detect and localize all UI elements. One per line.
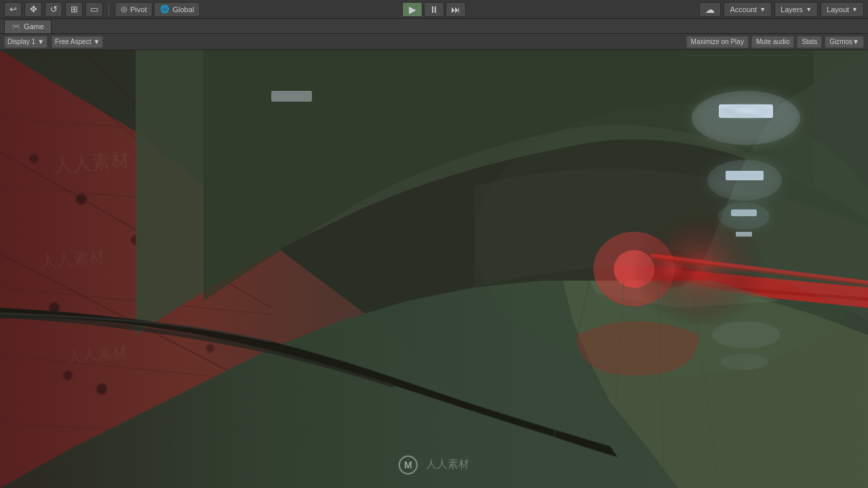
cloud-btn[interactable]: ☁ <box>699 2 721 17</box>
svg-point-18 <box>206 344 214 352</box>
global-icon: 🌐 <box>160 5 170 14</box>
pause-btn[interactable]: ⏸ <box>424 2 444 17</box>
layers-arrow: ▼ <box>806 6 812 13</box>
layout-arrow: ▼ <box>852 6 858 13</box>
mute-btn[interactable]: Mute audio <box>751 36 794 48</box>
step-btn[interactable]: ⏭ <box>446 2 466 17</box>
global-label: Global <box>172 5 194 14</box>
game-tab[interactable]: 🎮 Game <box>4 20 52 33</box>
layers-label: Layers <box>781 5 803 14</box>
layout-label: Layout <box>827 5 849 14</box>
aspect-arrow: ▼ <box>93 38 100 45</box>
svg-rect-37 <box>271 91 312 102</box>
move-tool-btn[interactable]: ✥ <box>24 2 42 17</box>
gizmos-label: Gizmos <box>829 38 852 45</box>
pivot-label: Pivot <box>130 5 146 14</box>
main-toolbar: ↩ ✥ ↺ ⊞ ▭ ◎ Pivot 🌐 Global ▶ ⏸ ⏭ ☁ Accou… <box>0 0 868 19</box>
display-dropdown[interactable]: Display 1 ▼ <box>4 36 47 48</box>
game-tab-icon: 🎮 <box>12 22 21 31</box>
account-label: Account <box>730 5 757 14</box>
display-label: Display 1 <box>7 38 35 45</box>
stats-btn[interactable]: Stats <box>797 36 822 48</box>
tunnel-svg: 人人素材 人人素材 人人素材 人人素材 人人素材 <box>0 50 868 488</box>
game-view: 人人素材 人人素材 人人素材 人人素材 人人素材 <box>0 50 868 488</box>
right-game-controls: Maximize on Play Mute audio Stats Gizmos… <box>686 36 864 48</box>
display-arrow: ▼ <box>37 38 44 45</box>
rotate-tool-btn[interactable]: ↺ <box>45 2 62 17</box>
pivot-global-group: ◎ Pivot 🌐 Global <box>115 2 200 17</box>
account-dropdown[interactable]: Account ▼ <box>724 2 772 17</box>
account-arrow: ▼ <box>760 6 766 13</box>
maximize-btn[interactable]: Maximize on Play <box>686 36 749 48</box>
gizmos-arrow: ▼ <box>852 38 859 45</box>
tab-bar: 🎮 Game <box>0 19 868 34</box>
pivot-btn[interactable]: ◎ Pivot <box>115 2 153 17</box>
layout-dropdown[interactable]: Layout ▼ <box>821 2 864 17</box>
aspect-label: Free Aspect <box>55 38 91 45</box>
svg-point-10 <box>76 194 87 205</box>
game-controls-bar: Display 1 ▼ Free Aspect ▼ Maximize on Pl… <box>0 34 868 50</box>
global-btn[interactable]: 🌐 Global <box>154 2 200 17</box>
svg-point-12 <box>96 384 107 394</box>
mute-label: Mute audio <box>756 38 789 45</box>
maximize-label: Maximize on Play <box>691 38 744 45</box>
svg-point-40 <box>475 104 868 375</box>
aspect-dropdown[interactable]: Free Aspect ▼ <box>52 36 103 48</box>
right-controls: ☁ Account ▼ Layers ▼ Layout ▼ <box>699 2 864 17</box>
svg-point-17 <box>29 154 39 163</box>
tunnel-scene: 人人素材 人人素材 人人素材 人人素材 人人素材 <box>0 50 868 488</box>
stats-label: Stats <box>802 38 817 45</box>
play-controls: ▶ ⏸ ⏭ <box>402 2 466 17</box>
gizmos-btn[interactable]: Gizmos ▼ <box>825 36 864 48</box>
game-tab-label: Game <box>24 22 44 30</box>
separator-1 <box>108 3 109 16</box>
hand-tool-btn[interactable]: ↩ <box>4 2 22 17</box>
play-btn[interactable]: ▶ <box>402 2 422 17</box>
layers-dropdown[interactable]: Layers ▼ <box>774 2 818 17</box>
svg-point-16 <box>63 371 73 380</box>
pivot-icon: ◎ <box>121 5 127 14</box>
scale-tool-btn[interactable]: ⊞ <box>65 2 83 17</box>
rect-tool-btn[interactable]: ▭ <box>85 2 103 17</box>
